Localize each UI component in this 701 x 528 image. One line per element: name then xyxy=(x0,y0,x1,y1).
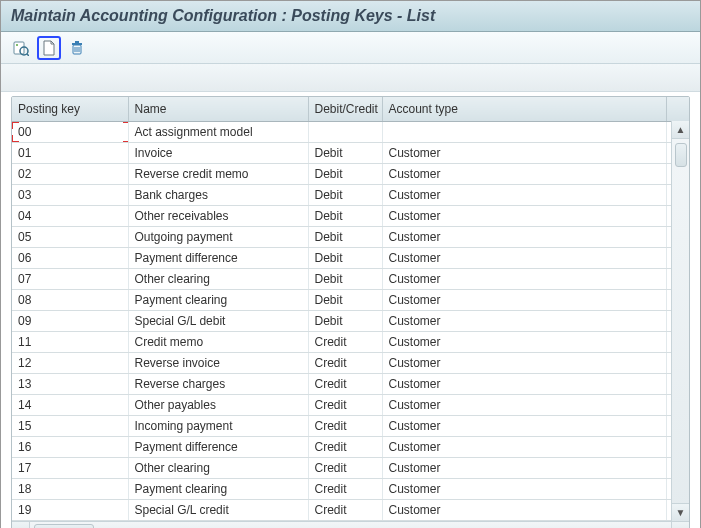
cell-account-type[interactable]: Customer xyxy=(382,373,667,394)
cell-debit-credit[interactable]: Credit xyxy=(308,373,382,394)
scroll-right-icon[interactable]: ► xyxy=(671,522,689,529)
cell-account-type[interactable]: Customer xyxy=(382,478,667,499)
cell-posting-key[interactable]: 11 xyxy=(12,331,128,352)
cell-debit-credit[interactable]: Credit xyxy=(308,499,382,520)
cell-name[interactable]: Outgoing payment xyxy=(128,226,308,247)
table-row[interactable]: 17Other clearingCreditCustomer xyxy=(12,457,689,478)
cell-posting-key[interactable]: 13 xyxy=(12,373,128,394)
table-row[interactable]: 16Payment differenceCreditCustomer xyxy=(12,436,689,457)
cell-posting-key[interactable]: 12 xyxy=(12,352,128,373)
cell-debit-credit[interactable]: Debit xyxy=(308,289,382,310)
cell-debit-credit[interactable]: Debit xyxy=(308,310,382,331)
scroll-down-icon[interactable]: ▼ xyxy=(672,503,689,521)
cell-posting-key[interactable]: 00 xyxy=(12,121,128,142)
cell-posting-key[interactable]: 04 xyxy=(12,205,128,226)
cell-name[interactable]: Other payables xyxy=(128,394,308,415)
scroll-left-icon[interactable]: ◄ xyxy=(12,522,30,529)
table-row[interactable]: 02Reverse credit memoDebitCustomer xyxy=(12,163,689,184)
delete-button[interactable] xyxy=(65,36,89,60)
cell-posting-key[interactable]: 07 xyxy=(12,268,128,289)
col-header-posting-key[interactable]: Posting key xyxy=(12,97,128,121)
cell-name[interactable]: Special G/L debit xyxy=(128,310,308,331)
table-row[interactable]: 03Bank chargesDebitCustomer xyxy=(12,184,689,205)
table-row[interactable]: 14Other payablesCreditCustomer xyxy=(12,394,689,415)
cell-debit-credit[interactable]: Debit xyxy=(308,142,382,163)
cell-account-type[interactable]: Customer xyxy=(382,226,667,247)
cell-debit-credit[interactable]: Debit xyxy=(308,184,382,205)
table-row[interactable]: 09Special G/L debitDebitCustomer xyxy=(12,310,689,331)
cell-account-type[interactable]: Customer xyxy=(382,184,667,205)
cell-name[interactable]: Act assignment model xyxy=(128,121,308,142)
cell-debit-credit[interactable] xyxy=(308,121,382,142)
cell-debit-credit[interactable]: Credit xyxy=(308,352,382,373)
cell-name[interactable]: Other clearing xyxy=(128,457,308,478)
cell-name[interactable]: Payment clearing xyxy=(128,478,308,499)
cell-account-type[interactable]: Customer xyxy=(382,499,667,520)
table-row[interactable]: 08Payment clearingDebitCustomer xyxy=(12,289,689,310)
cell-posting-key[interactable]: 18 xyxy=(12,478,128,499)
cell-account-type[interactable]: Customer xyxy=(382,310,667,331)
cell-account-type[interactable] xyxy=(382,121,667,142)
col-header-name[interactable]: Name xyxy=(128,97,308,121)
cell-account-type[interactable]: Customer xyxy=(382,352,667,373)
cell-debit-credit[interactable]: Debit xyxy=(308,163,382,184)
cell-debit-credit[interactable]: Debit xyxy=(308,226,382,247)
cell-account-type[interactable]: Customer xyxy=(382,415,667,436)
table-row[interactable]: 06Payment differenceDebitCustomer xyxy=(12,247,689,268)
cell-account-type[interactable]: Customer xyxy=(382,289,667,310)
cell-posting-key[interactable]: 01 xyxy=(12,142,128,163)
cell-debit-credit[interactable]: Credit xyxy=(308,394,382,415)
cell-debit-credit[interactable]: Credit xyxy=(308,478,382,499)
cell-name[interactable]: Bank charges xyxy=(128,184,308,205)
cell-name[interactable]: Reverse charges xyxy=(128,373,308,394)
table-row[interactable]: 19Special G/L creditCreditCustomer xyxy=(12,499,689,520)
cell-posting-key[interactable]: 08 xyxy=(12,289,128,310)
cell-name[interactable]: Payment difference xyxy=(128,436,308,457)
cell-posting-key[interactable]: 19 xyxy=(12,499,128,520)
cell-account-type[interactable]: Customer xyxy=(382,142,667,163)
cell-account-type[interactable]: Customer xyxy=(382,205,667,226)
table-row[interactable]: 12Reverse invoiceCreditCustomer xyxy=(12,352,689,373)
col-header-account-type[interactable]: Account type xyxy=(382,97,667,121)
table-row[interactable]: 01InvoiceDebitCustomer xyxy=(12,142,689,163)
cell-account-type[interactable]: Customer xyxy=(382,457,667,478)
cell-account-type[interactable]: Customer xyxy=(382,163,667,184)
details-button[interactable] xyxy=(9,36,33,60)
table-row[interactable]: 07Other clearingDebitCustomer xyxy=(12,268,689,289)
cell-account-type[interactable]: Customer xyxy=(382,247,667,268)
cell-debit-credit[interactable]: Credit xyxy=(308,457,382,478)
table-row[interactable]: 00Act assignment model xyxy=(12,121,689,142)
cell-posting-key[interactable]: 15 xyxy=(12,415,128,436)
cell-posting-key[interactable]: 09 xyxy=(12,310,128,331)
cell-name[interactable]: Payment difference xyxy=(128,247,308,268)
vertical-scrollbar[interactable]: ▲ ▼ xyxy=(671,121,689,521)
cell-posting-key[interactable]: 05 xyxy=(12,226,128,247)
cell-name[interactable]: Payment clearing xyxy=(128,289,308,310)
cell-name[interactable]: Reverse credit memo xyxy=(128,163,308,184)
cell-name[interactable]: Credit memo xyxy=(128,331,308,352)
cell-debit-credit[interactable]: Credit xyxy=(308,415,382,436)
cell-name[interactable]: Reverse invoice xyxy=(128,352,308,373)
table-row[interactable]: 04Other receivablesDebitCustomer xyxy=(12,205,689,226)
new-entry-button[interactable] xyxy=(37,36,61,60)
table-row[interactable]: 13Reverse chargesCreditCustomer xyxy=(12,373,689,394)
hscroll-thumb[interactable]: : : : xyxy=(34,524,94,528)
cell-name[interactable]: Invoice xyxy=(128,142,308,163)
cell-name[interactable]: Special G/L credit xyxy=(128,499,308,520)
cell-name[interactable]: Other clearing xyxy=(128,268,308,289)
horizontal-scrollbar[interactable]: ◄ : : : ► xyxy=(12,521,689,529)
cell-account-type[interactable]: Customer xyxy=(382,268,667,289)
cell-name[interactable]: Incoming payment xyxy=(128,415,308,436)
table-row[interactable]: 11Credit memoCreditCustomer xyxy=(12,331,689,352)
col-header-debit-credit[interactable]: Debit/Credit xyxy=(308,97,382,121)
cell-account-type[interactable]: Customer xyxy=(382,394,667,415)
cell-debit-credit[interactable]: Credit xyxy=(308,436,382,457)
cell-posting-key[interactable]: 14 xyxy=(12,394,128,415)
table-row[interactable]: 15Incoming paymentCreditCustomer xyxy=(12,415,689,436)
cell-posting-key[interactable]: 16 xyxy=(12,436,128,457)
cell-debit-credit[interactable]: Credit xyxy=(308,331,382,352)
cell-debit-credit[interactable]: Debit xyxy=(308,247,382,268)
cell-debit-credit[interactable]: Debit xyxy=(308,268,382,289)
table-row[interactable]: 05Outgoing paymentDebitCustomer xyxy=(12,226,689,247)
cell-posting-key[interactable]: 02 xyxy=(12,163,128,184)
